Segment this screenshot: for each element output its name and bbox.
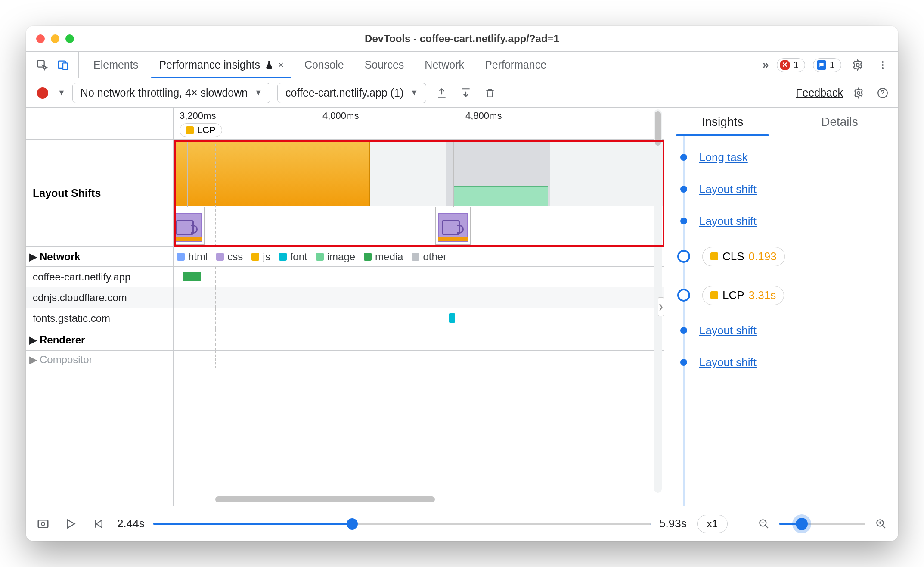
help-icon[interactable] xyxy=(874,84,891,102)
devtools-window: DevTools - coffee-cart.netlify.app/?ad=1… xyxy=(26,26,898,541)
tab-performance-insights[interactable]: Performance insights × xyxy=(149,52,294,78)
preview-toggle-icon[interactable] xyxy=(34,515,52,533)
minimize-window-button[interactable] xyxy=(51,34,59,43)
range-end: 5.93s xyxy=(659,517,687,530)
svg-point-10 xyxy=(41,522,45,526)
layout-shifts-lane-canvas xyxy=(174,140,664,247)
horizontal-scrollbar[interactable] xyxy=(164,495,656,504)
insights-toolbar: ▼ No network throttling, 4× slowdown▼ co… xyxy=(26,78,898,108)
svg-point-7 xyxy=(857,91,860,94)
svg-point-4 xyxy=(882,61,884,63)
recording-select[interactable]: coffee-cart.netlify.app (1)▼ xyxy=(277,83,426,103)
svg-point-3 xyxy=(856,63,859,66)
zoom-window-button[interactable] xyxy=(65,34,74,43)
more-tabs-button[interactable]: » xyxy=(763,58,769,72)
titlebar: DevTools - coffee-cart.netlify.app/?ad=1 xyxy=(26,26,898,52)
cls-swatch-icon xyxy=(710,252,718,260)
delete-icon[interactable] xyxy=(481,84,499,102)
layout-shift-thumbnail[interactable] xyxy=(435,207,471,245)
insights-timeline[interactable]: Long task Layout shift Layout shift CLS … xyxy=(664,136,898,506)
insight-cls-chip[interactable]: CLS 0.193 xyxy=(702,247,785,266)
settings-icon[interactable] xyxy=(849,56,866,74)
insight-layout-shift[interactable]: Layout shift xyxy=(699,356,757,369)
throttling-select[interactable]: No network throttling, 4× slowdown▼ xyxy=(72,83,270,103)
tab-network[interactable]: Network xyxy=(414,52,474,78)
inspect-icon[interactable] xyxy=(34,56,51,74)
tab-performance[interactable]: Performance xyxy=(474,52,557,78)
network-row-canvas xyxy=(174,308,664,329)
track-canvas[interactable]: 3,200ms 4,000ms 4,800ms LCP xyxy=(174,108,664,506)
device-toolbar-icon[interactable] xyxy=(54,56,71,74)
layout-shift-thumbnail[interactable] xyxy=(174,207,205,245)
svg-rect-2 xyxy=(63,63,68,69)
playback-footer: 2.44s 5.93s x1 xyxy=(26,506,898,541)
svg-point-5 xyxy=(882,64,884,66)
zoom-controls xyxy=(755,515,890,533)
svg-rect-9 xyxy=(38,520,48,528)
window-title: DevTools - coffee-cart.netlify.app/?ad=1 xyxy=(26,33,898,45)
insight-layout-shift[interactable]: Layout shift xyxy=(699,215,757,228)
track-labels: Layout Shifts ▶Network coffee-cart.netli… xyxy=(26,108,174,506)
sidebar-tab-insights[interactable]: Insights xyxy=(664,108,781,136)
rewind-icon[interactable] xyxy=(90,515,107,533)
sidebar-tab-details[interactable]: Details xyxy=(781,108,898,136)
feedback-link[interactable]: Feedback xyxy=(796,87,843,99)
issue-icon xyxy=(817,60,826,70)
lcp-marker-chip[interactable]: LCP xyxy=(180,123,222,137)
network-row-canvas xyxy=(174,287,664,308)
lane-renderer[interactable]: ▶Renderer xyxy=(26,329,173,350)
panel-tabbar: Elements Performance insights × Console … xyxy=(26,52,898,78)
insights-sidebar: Insights Details Long task Layout shift … xyxy=(664,108,898,506)
errors-chip[interactable]: ✕ 1 xyxy=(777,58,805,72)
host-row[interactable]: cdnjs.cloudflare.com xyxy=(26,287,173,308)
record-button[interactable] xyxy=(37,87,48,99)
insight-lcp-chip[interactable]: LCP 3.31s xyxy=(702,286,784,305)
kebab-icon[interactable] xyxy=(874,56,891,74)
zoom-out-icon[interactable] xyxy=(755,515,772,533)
import-icon[interactable] xyxy=(457,84,474,102)
zoom-in-icon[interactable] xyxy=(872,515,890,533)
sidebar-resize-handle[interactable]: ❯ xyxy=(658,297,664,316)
error-icon: ✕ xyxy=(780,60,790,70)
svg-point-6 xyxy=(882,67,884,69)
host-row[interactable]: coffee-cart.netlify.app xyxy=(26,267,173,287)
network-legend: html css js font image media other xyxy=(174,247,664,267)
time-ruler: 3,200ms 4,000ms 4,800ms LCP xyxy=(174,108,664,140)
window-controls xyxy=(26,34,74,43)
lcp-swatch-icon xyxy=(710,291,718,299)
flask-icon xyxy=(264,60,274,70)
insight-layout-shift[interactable]: Layout shift xyxy=(699,324,757,337)
tab-console[interactable]: Console xyxy=(294,52,354,78)
close-window-button[interactable] xyxy=(36,34,45,43)
playhead-slider[interactable] xyxy=(153,523,651,525)
network-row-canvas xyxy=(174,267,664,287)
tab-sources[interactable]: Sources xyxy=(354,52,415,78)
speed-toggle[interactable]: x1 xyxy=(697,515,728,533)
close-icon[interactable]: × xyxy=(278,59,284,71)
lane-compositor[interactable]: ▶Compositor xyxy=(26,350,173,368)
lane-layout-shifts: Layout Shifts xyxy=(26,140,173,247)
record-menu-caret-icon[interactable]: ▼ xyxy=(58,88,65,97)
ruler-tick: 4,000ms xyxy=(322,110,359,122)
ruler-tick: 4,800ms xyxy=(465,110,502,122)
ruler-tick: 3,200ms xyxy=(180,110,216,122)
range-start: 2.44s xyxy=(117,517,145,530)
timeline-main: Layout Shifts ▶Network coffee-cart.netli… xyxy=(26,108,664,506)
zoom-slider[interactable] xyxy=(779,523,865,525)
lcp-swatch-icon xyxy=(186,126,194,134)
tab-elements[interactable]: Elements xyxy=(83,52,149,78)
export-icon[interactable] xyxy=(433,84,450,102)
issues-chip[interactable]: 1 xyxy=(813,58,841,72)
panel-settings-icon[interactable] xyxy=(850,84,867,102)
insight-layout-shift[interactable]: Layout shift xyxy=(699,183,757,196)
panel-tabs: Elements Performance insights × Console … xyxy=(83,52,760,78)
host-row[interactable]: fonts.gstatic.com xyxy=(26,308,173,329)
insight-long-task[interactable]: Long task xyxy=(699,151,748,164)
play-icon[interactable] xyxy=(62,515,79,533)
lane-network[interactable]: ▶Network xyxy=(26,247,173,267)
